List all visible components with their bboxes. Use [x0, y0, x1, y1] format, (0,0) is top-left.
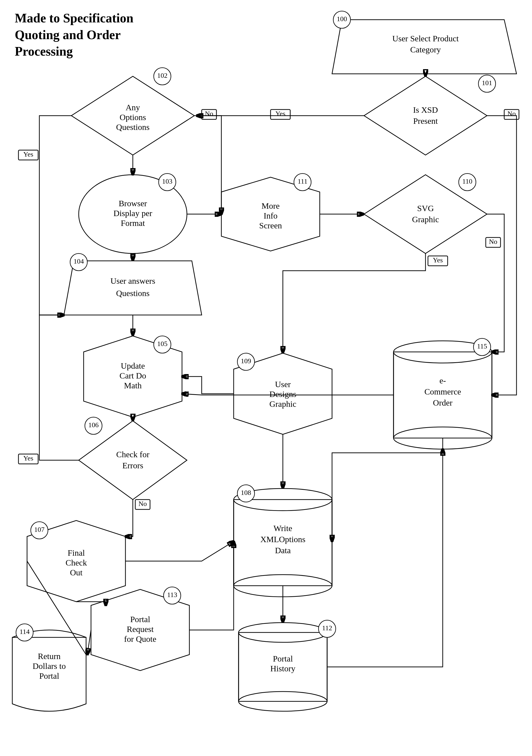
node-105-label1: Update [121, 361, 145, 370]
node-106-id: 106 [88, 421, 99, 429]
node-105-id: 105 [157, 340, 167, 347]
node-110-label2: Graphic [412, 215, 439, 224]
node-107-label1: Final [68, 548, 85, 557]
node-111-id: 111 [298, 177, 307, 185]
arrow-110-115-no [487, 214, 504, 352]
node-111-label1: More [262, 201, 280, 210]
node-103-label1: Browser [118, 199, 147, 208]
node-111-label2: Info [264, 211, 278, 220]
node-102-label1: Any [126, 103, 140, 112]
node-100-id: 100 [337, 15, 347, 23]
arrow-113-114 [87, 630, 91, 655]
node-107-id: 107 [34, 526, 44, 533]
diagram-container: Made to Specification Quoting and Order … [0, 0, 532, 756]
node-108-label3: Data [275, 546, 291, 555]
node-113-label2: Request [127, 625, 154, 634]
node-112-label2: History [270, 664, 295, 673]
node-103-label2: Display per [114, 209, 152, 218]
node-115-label3: Order [433, 398, 453, 407]
node-107-label3: Out [70, 568, 83, 577]
node-109-label2: Designs [269, 390, 296, 399]
node-114-id: 114 [20, 628, 30, 635]
node-113-label3: for Quote [124, 634, 156, 643]
node-113-id: 113 [167, 591, 177, 599]
yes-label-110: Yes [433, 256, 443, 264]
arrow-106-107 [125, 500, 133, 536]
yes-label-101-102: Yes [275, 110, 286, 118]
node-112-label1: Portal [273, 654, 293, 663]
no-label-101: No [507, 110, 516, 118]
node-110-id: 110 [462, 177, 472, 185]
node-108-id: 108 [241, 489, 251, 496]
node-115-id: 115 [477, 342, 487, 350]
no-label-106: No [139, 500, 147, 507]
node-109-label1: User [275, 380, 291, 389]
node-106-label2: Errors [122, 461, 143, 470]
node-100-label1: User Select Product [392, 34, 459, 43]
node-108-label2: XMLOptions [260, 535, 305, 544]
node-107-label2: Check [66, 558, 87, 567]
node-106-label1: Check for [116, 450, 150, 459]
node-109-label3: Graphic [269, 399, 296, 409]
no-label-110: No [489, 238, 497, 245]
node-104-id: 104 [74, 257, 84, 265]
node-101-label2: Present [413, 117, 438, 125]
node-105-label2: Cart Do [119, 371, 146, 380]
node-114-label3: Portal [39, 671, 59, 681]
arrow-109-105 [182, 377, 234, 394]
node-114-label2: Dollars to [33, 662, 66, 671]
node-104-shape [64, 261, 202, 315]
arrow-112-115 [327, 449, 443, 667]
node-114-label1: Return [38, 652, 61, 661]
node-104-label1: User answers [111, 276, 155, 285]
node-105-label3: Math [124, 381, 142, 390]
arrow-102-111 [194, 116, 221, 214]
node-101-shape [364, 76, 487, 155]
yes-label-106: Yes [23, 454, 34, 462]
node-108-label1: Write [273, 524, 292, 533]
node-111-label3: Screen [259, 221, 282, 230]
node-103-label3: Format [121, 219, 145, 228]
node-102-label3: Questions [116, 122, 150, 132]
node-102-label2: Options [119, 113, 146, 122]
arrow-110-109-yes [283, 254, 425, 353]
node-102-id: 102 [157, 71, 167, 79]
node-110-label1: SVG [417, 204, 434, 213]
node-109-id: 109 [241, 357, 251, 365]
node-104-label2: Questions [116, 289, 150, 298]
node-115-label1: e- [440, 376, 446, 385]
no-label-102: No [205, 110, 213, 118]
arrow-115-108 [332, 453, 443, 541]
arrow-106-yes-loop [39, 315, 79, 460]
flowchart-svg: text { font-family: 'Times New Roman', s… [0, 0, 532, 756]
arrow-yes-loop-left [39, 116, 71, 315]
yes-label-102: Yes [23, 150, 34, 158]
arrow-107-108 [125, 541, 234, 561]
node-101-label1: Is XSD [413, 105, 438, 115]
node-103-id: 103 [162, 177, 172, 185]
node-113-label1: Portal [130, 615, 150, 624]
node-115-label2: Commerce [424, 387, 461, 396]
node-101-id: 101 [482, 79, 492, 87]
node-112-id: 112 [322, 624, 332, 632]
node-100-label2: Category [410, 45, 441, 54]
